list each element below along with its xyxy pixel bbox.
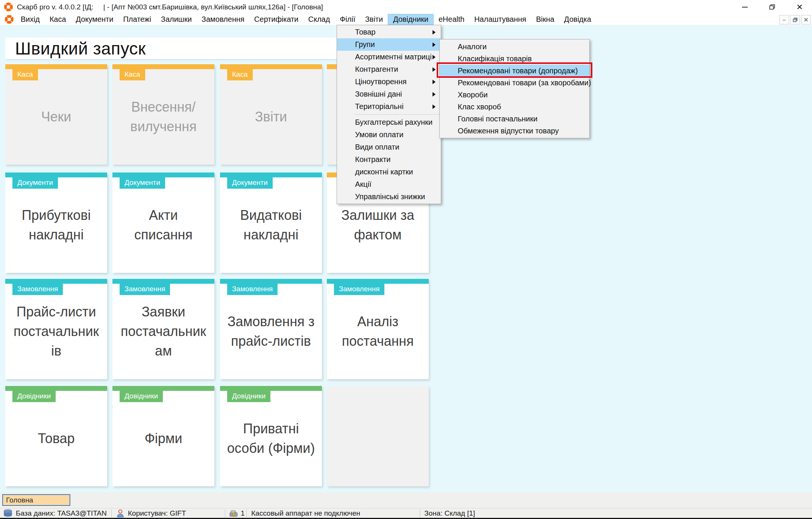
tile-cheky[interactable]: Каса Чеки [5,64,107,165]
status-separator [246,509,247,517]
dropdown-item-upravlinski-znyzhky[interactable]: Управлінські знижки [337,191,441,203]
submenu-item-klas-khvorob[interactable]: Клас хвороб [440,101,589,113]
menu-dovidnyky[interactable]: Довідники [388,14,434,25]
menu-vikna[interactable]: Вікна [531,14,559,25]
tile-topbar [112,172,214,177]
submenu-item-rekomendovani-tovary-doprodazh[interactable]: Рекомендовані товари (допродаж) [440,65,589,77]
dovidnyky-dropdown-menu: Товар Групи Асортиментні матриці Контраг… [337,25,441,204]
zone-status: Зона: Склад [1] [424,509,475,517]
app-window: Скарб pro v. 4.0.0.2 [ІД: | - [Апт №003 … [0,0,812,519]
tile-label: Акти списання [112,177,214,273]
dropdown-item-kontrahenty[interactable]: Контрагенти [337,63,441,76]
status-separator [225,509,225,517]
dropdown-item-zovnishni-dani[interactable]: Зовнішні дані [337,88,441,100]
tile-akty-spysannia[interactable]: Документи Акти списання [112,172,214,273]
tab-strip: Головна [0,492,812,508]
window-title: Скарб pro v. 4.0.0.2 [ІД: | - [Апт №003 … [17,3,323,11]
hrupy-submenu: Аналоги Класифікація товарів Рекомендова… [439,39,590,138]
dropdown-item-bukhhalterski-rakhunky[interactable]: Бухгалтерські рахунки [337,116,441,129]
status-separator [420,509,420,517]
tile-topbar [220,64,322,69]
menu-zalyshky[interactable]: Залишки [156,14,197,25]
tile-zamovlennia-z-prais-lystiv[interactable]: Замовлення Замовлення з прайс-листів [220,279,322,379]
dropdown-item-asortymentni-matrytsi[interactable]: Асортиментні матриці [337,51,441,63]
dropdown-item-umovy-oplaty[interactable]: Умови оплати [337,129,441,141]
dropdown-item-dyskontni-kartky[interactable]: дисконтні картки [337,166,441,178]
submenu-arrow-icon [433,104,436,109]
title-bar: Скарб pro v. 4.0.0.2 [ІД: | - [Апт №003 … [0,0,812,14]
tile-label: Звіти [220,69,322,165]
submenu-item-obmezhennia-vidpustky-tovaru[interactable]: Обмеження відпустки товару [440,125,589,137]
dropdown-item-kontrakty[interactable]: Контракти [337,153,441,166]
menu-items: Вихід Каса Документи Платежі Залишки Зам… [16,14,596,25]
tile-label: Прайс-листи постачальників [5,284,107,379]
dropdown-item-terytorialni[interactable]: Територіальні [337,100,441,113]
submenu-arrow-icon [433,42,436,47]
menu-filii[interactable]: Філії [335,14,360,25]
restore-icon [769,4,775,10]
tile-vydatkovi-nakladni[interactable]: Документи Видаткові накладні [220,172,322,273]
tile-topbar [220,279,322,284]
mdi-minimize-button[interactable]: – [779,15,789,24]
tile-pryvatni-osoby[interactable]: Довідники Приватні особи (Фірми) [220,386,322,486]
register-status: Кассовый аппарат не подключен [251,509,360,517]
tile-vnesennia-vyluchennia[interactable]: Каса Внесення/вилучення [112,64,214,165]
submenu-item-analohy[interactable]: Аналоги [440,41,589,53]
tile-topbar [327,279,429,284]
restore-button[interactable] [763,0,782,14]
tile-prais-lysty-postachalnykiv[interactable]: Замовлення Прайс-листи постачальників [5,279,107,379]
dropdown-item-tsinoutvorennia[interactable]: Ціноутворення [337,76,441,88]
menu-platezhi[interactable]: Платежі [118,14,156,25]
menu-kasa[interactable]: Каса [45,14,71,25]
tile-analiz-postachannia[interactable]: Замовлення Аналіз постачання [327,279,429,379]
tile-label: Товар [5,391,107,486]
tile-empty [327,386,429,486]
mdi-close-button[interactable]: ✕ [801,15,811,24]
submenu-item-khvoroby[interactable]: Хвороби [440,89,589,101]
tile-label: Замовлення з прайс-листів [220,284,322,379]
tile-label: Прибуткові накладні [5,177,107,273]
menu-vykhid[interactable]: Вихід [16,14,45,25]
menu-bar: Вихід Каса Документи Платежі Залишки Зам… [0,14,812,25]
tile-zaiavky-postachalnykam[interactable]: Замовлення Заявки постачальникам [112,279,214,379]
tile-topbar [220,386,322,391]
mdi-restore-button[interactable] [790,15,800,24]
tile-firmy[interactable]: Довідники Фірми [112,386,214,486]
submenu-item-klasyfikatsiia-tovariv[interactable]: Класифікація товарів [440,53,589,65]
menu-sertyfikaty[interactable]: Сертифікати [249,14,304,25]
tile-label: Внесення/вилучення [112,69,214,165]
submenu-arrow-icon [433,55,436,59]
tile-prybutkovi-nakladni[interactable]: Документи Прибуткові накладні [5,172,107,273]
mdi-window-controls: – ✕ [779,15,811,24]
minimize-button[interactable] [735,0,754,14]
dropdown-item-tovar[interactable]: Товар [337,26,441,38]
tile-tovar[interactable]: Довідники Товар [5,386,107,486]
menu-nalashtuvannia[interactable]: Налаштування [469,14,531,25]
register-count: 1 [241,509,245,517]
status-bar: База даних: TASA3@TITAN Користувач: GIFT… [0,508,812,518]
submenu-item-rekomendovani-tovary-za-khvorobamy[interactable]: Рекомендовані товари (за хворобами) [440,77,589,89]
close-button[interactable]: ✕ [790,0,809,14]
tile-topbar [5,279,107,284]
submenu-arrow-icon [433,92,436,97]
tile-topbar [112,279,214,284]
tile-topbar [5,172,107,177]
tile-topbar [5,64,107,69]
status-separator [111,509,112,517]
dropdown-item-aktsii[interactable]: Акції [337,178,441,191]
menu-separator [354,114,439,115]
submenu-arrow-icon [433,30,436,35]
menu-ehealth[interactable]: eHealth [434,14,469,25]
menu-dovidka[interactable]: Довідка [559,14,596,25]
menu-sklad[interactable]: Склад [304,14,335,25]
tile-zvity[interactable]: Каса Звіти [220,64,322,165]
tab-holovna[interactable]: Головна [2,494,70,506]
submenu-item-holovni-postachalnyky[interactable]: Головні постачальники [440,113,589,125]
menu-dokumenty[interactable]: Документи [71,14,118,25]
tile-topbar [220,172,322,177]
database-status: База даних: TASA3@TITAN [16,509,107,517]
dropdown-item-vydy-oplaty[interactable]: Види оплати [337,141,441,153]
menu-zvity[interactable]: Звіти [360,14,388,25]
menu-zamovlennia[interactable]: Замовлення [197,14,249,25]
dropdown-item-hrupy[interactable]: Групи [337,38,441,51]
